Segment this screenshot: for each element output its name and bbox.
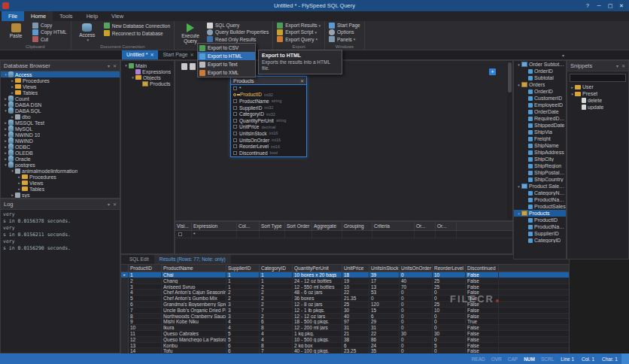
query-structure-item-products[interactable]: Products (121, 80, 174, 86)
minimize-icon[interactable]: ─ (594, 2, 604, 10)
database-item-daba-dsn[interactable]: ▸DABA DSN (1, 102, 120, 108)
start-page-button[interactable]: Start Page (327, 22, 362, 29)
database-item-oracle[interactable]: ▸Oracle (1, 156, 120, 162)
expand-arrow-icon[interactable]: ▾ (3, 162, 8, 167)
query-structure-item-main[interactable]: ▾Main (121, 62, 174, 68)
table-row[interactable]: 6Grandma's Boysenberry Spread3212 - 8 oz… (121, 302, 569, 308)
expand-arrow-icon[interactable]: ▸ (3, 138, 8, 143)
columns-grid-cell[interactable] (415, 231, 436, 238)
table-field-productid[interactable]: ProductIDint32 (231, 92, 306, 99)
ribbon-tab-home[interactable]: Home (24, 11, 53, 21)
fields-item-shipcountry[interactable]: ShipCountry (514, 176, 566, 183)
cut-button[interactable]: Cut (31, 36, 68, 43)
table-row[interactable]: 5Chef Anton's Gumbo Mix2236 boxes21.3500… (121, 296, 569, 302)
fields-item-orderid[interactable]: OrderID (514, 88, 566, 95)
export-query-button[interactable]: Export Query▾ (275, 36, 322, 43)
menu-item-export-to-xml[interactable]: Export to XML (198, 68, 255, 77)
table-row[interactable]: 3Aniseed Syrup1212 - 550 ml bottles10137… (121, 284, 569, 290)
table-field-reorderlevel[interactable]: ReorderLevelint16 (231, 143, 306, 150)
expand-arrow-icon[interactable]: ▸ (10, 84, 15, 89)
database-item-daba-sql[interactable]: ▾DABA SQL (1, 108, 120, 114)
fields-item-orders[interactable]: ▾Orders (514, 81, 566, 88)
columns-grid-cell[interactable] (436, 231, 457, 238)
expand-arrow-icon[interactable]: ▸ (3, 96, 8, 101)
table-row[interactable]: 9Mishi Kobe Niku4618 - 500 g pkgs.972900… (121, 319, 569, 325)
fields-item-categoryid[interactable]: CategoryID (514, 237, 566, 244)
expand-arrow-icon[interactable]: ▸ (10, 193, 15, 197)
table-field-item[interactable]: * (231, 85, 306, 92)
close-icon[interactable]: ✕ (113, 202, 117, 207)
columns-grid-cell[interactable]: * (192, 231, 237, 238)
table-row[interactable]: 10Ikura4812 - 200 ml jars313100False (121, 325, 569, 331)
fields-item-productid[interactable]: ProductID (514, 217, 566, 223)
field-checkbox[interactable] (233, 112, 237, 116)
ribbon-tab-tools[interactable]: Tools (53, 11, 80, 21)
visible-checkbox[interactable] (178, 232, 182, 236)
expand-arrow-icon[interactable]: ▸ (3, 144, 8, 149)
expand-arrow-icon[interactable]: ▸ (17, 180, 22, 185)
new-database-connection-button[interactable]: New Database Connection (102, 22, 172, 29)
tab-list-chevron-icon[interactable]: ▾ (562, 53, 564, 58)
results-column-header-unitprice[interactable]: UnitPrice (342, 265, 369, 271)
field-checkbox[interactable] (233, 99, 237, 103)
menu-item-export-to-html[interactable]: Export to HTML (198, 52, 255, 60)
expand-arrow-icon[interactable]: ▸ (3, 102, 8, 107)
scrollbar-thumb[interactable] (508, 62, 512, 93)
pin-icon[interactable]: ▾ (108, 63, 110, 68)
results-column-header-supplierid[interactable]: SupplierID (226, 265, 260, 271)
database-item-access[interactable]: ▾Access (1, 71, 120, 77)
database-item-nwind-10[interactable]: ▸NWIND 10 (1, 132, 120, 138)
database-item-postgres[interactable]: ▾postgres (1, 162, 120, 168)
paste-button[interactable]: Paste (2, 22, 29, 43)
fields-item-requireddate[interactable]: RequiredDate (514, 115, 566, 122)
field-checkbox[interactable] (233, 132, 237, 135)
expand-arrow-icon[interactable]: ▾ (123, 63, 129, 68)
pin-icon[interactable]: ▾ (616, 63, 618, 68)
close-icon[interactable]: ✕ (113, 63, 117, 68)
ribbon-tab-view[interactable]: View (105, 11, 130, 21)
columns-grid-cell[interactable] (237, 231, 260, 238)
database-item-tables[interactable]: ▸Tables (1, 186, 120, 192)
database-item-count[interactable]: ▸Count (1, 96, 120, 102)
copy-html-button[interactable]: Copy HTML (31, 29, 68, 35)
table-window-header[interactable]: Products ✕ (231, 77, 306, 85)
results-tab-results-rows-77-note-only[interactable]: Results (Rows: 77; Note: only) (154, 255, 231, 264)
results-column-header-productname[interactable]: ProductName (162, 265, 226, 271)
table-field-supplierid[interactable]: SupplierIDint32 (231, 105, 306, 111)
close-icon[interactable]: ✕ (300, 78, 304, 83)
expand-arrow-icon[interactable]: ▾ (3, 72, 8, 77)
document-tab-start-page[interactable]: Start Page✕ (158, 50, 198, 59)
columns-grid-cell[interactable] (342, 231, 372, 238)
ribbon-tab-help[interactable]: Help (80, 11, 105, 21)
expand-arrow-icon[interactable]: ▸ (3, 132, 8, 137)
fields-item-shipvia[interactable]: ShipVia (514, 129, 566, 135)
database-item-dbo[interactable]: ▸dbo (1, 114, 120, 120)
sql-query-button[interactable]: SQL Query (205, 22, 270, 29)
expand-arrow-icon[interactable]: ▾ (3, 108, 8, 113)
fields-item-order-subtotals[interactable]: ▾Order Subtotals (514, 61, 566, 68)
fields-item-subtotal[interactable]: Subtotal (514, 74, 566, 81)
visible-checkbox-cell[interactable] (175, 231, 192, 238)
fields-item-shippostalc[interactable]: ShipPostalC... (514, 169, 566, 176)
export-results-button[interactable]: Export Results▾ (275, 22, 322, 29)
execute-query-button[interactable]: Execute Query (177, 22, 204, 43)
expand-arrow-icon[interactable]: ▾ (516, 83, 521, 87)
add-union-icon[interactable]: + (489, 68, 496, 75)
database-item-views[interactable]: ▸Views (1, 180, 120, 186)
expand-arrow-icon[interactable]: ▸ (570, 85, 575, 89)
expand-arrow-icon[interactable]: ▸ (10, 114, 15, 119)
expand-arrow-icon[interactable]: ▾ (130, 75, 135, 80)
field-checkbox[interactable] (233, 151, 237, 155)
expand-arrow-icon[interactable]: ▸ (3, 150, 8, 155)
expand-arrow-icon[interactable]: ▾ (516, 211, 521, 216)
fields-item-productsales[interactable]: ProductSales (514, 203, 566, 210)
field-checkbox[interactable] (233, 138, 237, 142)
field-checkbox[interactable] (233, 125, 237, 129)
export-script-button[interactable]: Export Script▾ (275, 29, 322, 35)
fields-item-shipregion[interactable]: ShipRegion (514, 162, 566, 169)
snippet-item-update[interactable]: update (567, 104, 628, 111)
database-item-oledb[interactable]: ▸OLEDB (1, 150, 120, 156)
results-column-header-categoryid[interactable]: CategoryID (260, 265, 293, 271)
fields-item-products[interactable]: ▾Products (514, 210, 566, 217)
results-tab-sql-edit[interactable]: SQL Edit (124, 255, 154, 264)
